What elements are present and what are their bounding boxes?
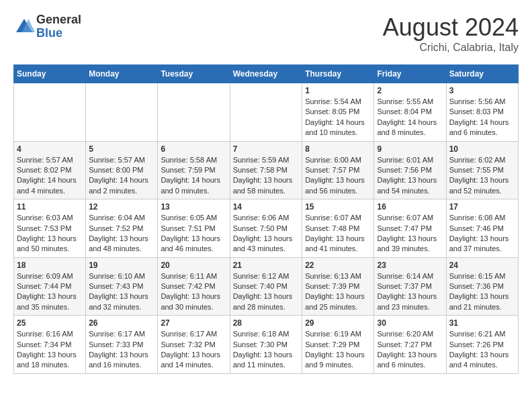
page-header: General Blue August 2024 Crichi, Calabri…	[13, 13, 519, 54]
calendar-cell: 30Sunrise: 6:20 AMSunset: 7:27 PMDayligh…	[374, 316, 446, 374]
day-number: 24	[449, 261, 515, 270]
calendar-cell: 25Sunrise: 6:16 AMSunset: 7:34 PMDayligh…	[14, 316, 86, 374]
logo-general: General	[36, 13, 81, 27]
day-number: 21	[233, 261, 300, 270]
calendar-cell: 21Sunrise: 6:12 AMSunset: 7:40 PMDayligh…	[230, 257, 302, 316]
day-number: 18	[17, 261, 83, 270]
day-number: 15	[305, 202, 371, 212]
logo-icon	[13, 16, 35, 38]
day-info: Sunrise: 6:09 AMSunset: 7:44 PMDaylight:…	[17, 271, 83, 313]
calendar-week-row: 25Sunrise: 6:16 AMSunset: 7:34 PMDayligh…	[14, 316, 519, 374]
day-info: Sunrise: 6:13 AMSunset: 7:39 PMDaylight:…	[305, 271, 371, 313]
day-of-week-header: Sunday	[14, 65, 86, 83]
calendar-cell	[86, 83, 158, 142]
day-of-week-header: Thursday	[302, 65, 374, 83]
day-info: Sunrise: 6:07 AMSunset: 7:47 PMDaylight:…	[377, 213, 443, 255]
calendar-cell: 14Sunrise: 6:06 AMSunset: 7:50 PMDayligh…	[230, 199, 302, 258]
day-number: 6	[161, 144, 226, 154]
calendar-week-row: 1Sunrise: 5:54 AMSunset: 8:05 PMDaylight…	[14, 83, 519, 142]
calendar-week-row: 11Sunrise: 6:03 AMSunset: 7:53 PMDayligh…	[14, 199, 519, 258]
day-info: Sunrise: 6:12 AMSunset: 7:40 PMDaylight:…	[233, 271, 300, 313]
calendar-cell: 28Sunrise: 6:18 AMSunset: 7:30 PMDayligh…	[230, 316, 302, 374]
calendar-cell: 16Sunrise: 6:07 AMSunset: 7:47 PMDayligh…	[374, 199, 446, 258]
day-number: 30	[377, 318, 443, 328]
day-number: 23	[377, 261, 443, 270]
day-info: Sunrise: 6:17 AMSunset: 7:32 PMDaylight:…	[161, 329, 226, 371]
day-info: Sunrise: 6:15 AMSunset: 7:36 PMDaylight:…	[449, 271, 515, 313]
day-info: Sunrise: 6:20 AMSunset: 7:27 PMDaylight:…	[377, 329, 443, 371]
day-info: Sunrise: 6:10 AMSunset: 7:43 PMDaylight:…	[89, 271, 154, 313]
day-info: Sunrise: 6:04 AMSunset: 7:52 PMDaylight:…	[89, 213, 154, 255]
day-info: Sunrise: 6:21 AMSunset: 7:26 PMDaylight:…	[449, 329, 515, 371]
day-info: Sunrise: 6:17 AMSunset: 7:33 PMDaylight:…	[89, 329, 154, 371]
day-info: Sunrise: 5:57 AMSunset: 8:02 PMDaylight:…	[17, 155, 83, 197]
day-number: 13	[161, 202, 226, 212]
calendar-cell: 6Sunrise: 5:58 AMSunset: 7:59 PMDaylight…	[158, 141, 230, 199]
day-number: 14	[233, 202, 300, 212]
day-of-week-header: Saturday	[446, 65, 518, 83]
logo-text: General Blue	[36, 13, 81, 40]
calendar-cell: 26Sunrise: 6:17 AMSunset: 7:33 PMDayligh…	[86, 316, 158, 374]
location-title: Crichi, Calabria, Italy	[383, 42, 519, 54]
day-info: Sunrise: 6:14 AMSunset: 7:37 PMDaylight:…	[377, 271, 443, 313]
day-info: Sunrise: 6:07 AMSunset: 7:48 PMDaylight:…	[305, 213, 371, 255]
day-info: Sunrise: 6:19 AMSunset: 7:29 PMDaylight:…	[305, 329, 371, 371]
calendar-cell: 5Sunrise: 5:57 AMSunset: 8:00 PMDaylight…	[86, 141, 158, 199]
calendar-cell: 3Sunrise: 5:56 AMSunset: 8:03 PMDaylight…	[446, 83, 518, 142]
day-number: 25	[17, 318, 83, 328]
day-info: Sunrise: 6:08 AMSunset: 7:46 PMDaylight:…	[449, 213, 515, 255]
day-number: 17	[449, 202, 515, 212]
logo: General Blue	[13, 13, 81, 40]
calendar-body: 1Sunrise: 5:54 AMSunset: 8:05 PMDaylight…	[14, 83, 519, 374]
day-info: Sunrise: 6:18 AMSunset: 7:30 PMDaylight:…	[233, 329, 300, 371]
day-of-week-header: Monday	[86, 65, 158, 83]
calendar-cell: 29Sunrise: 6:19 AMSunset: 7:29 PMDayligh…	[302, 316, 374, 374]
calendar-cell: 13Sunrise: 6:05 AMSunset: 7:51 PMDayligh…	[158, 199, 230, 258]
day-number: 5	[89, 144, 154, 154]
day-number: 2	[377, 86, 443, 95]
calendar-cell: 20Sunrise: 6:11 AMSunset: 7:42 PMDayligh…	[158, 257, 230, 316]
calendar-header: SundayMondayTuesdayWednesdayThursdayFrid…	[14, 65, 519, 83]
day-number: 8	[305, 144, 371, 154]
day-number: 10	[449, 144, 515, 154]
calendar-cell: 18Sunrise: 6:09 AMSunset: 7:44 PMDayligh…	[14, 257, 86, 316]
day-info: Sunrise: 5:58 AMSunset: 7:59 PMDaylight:…	[161, 155, 226, 197]
calendar-cell: 31Sunrise: 6:21 AMSunset: 7:26 PMDayligh…	[446, 316, 518, 374]
calendar-cell: 22Sunrise: 6:13 AMSunset: 7:39 PMDayligh…	[302, 257, 374, 316]
day-number: 11	[17, 202, 83, 212]
calendar-week-row: 18Sunrise: 6:09 AMSunset: 7:44 PMDayligh…	[14, 257, 519, 316]
day-info: Sunrise: 6:01 AMSunset: 7:56 PMDaylight:…	[377, 155, 443, 197]
day-number: 26	[89, 318, 154, 328]
day-number: 12	[89, 202, 154, 212]
calendar-cell: 27Sunrise: 6:17 AMSunset: 7:32 PMDayligh…	[158, 316, 230, 374]
calendar-cell: 7Sunrise: 5:59 AMSunset: 7:58 PMDaylight…	[230, 141, 302, 199]
calendar-cell: 10Sunrise: 6:02 AMSunset: 7:55 PMDayligh…	[446, 141, 518, 199]
day-info: Sunrise: 6:11 AMSunset: 7:42 PMDaylight:…	[161, 271, 226, 313]
day-info: Sunrise: 5:54 AMSunset: 8:05 PMDaylight:…	[305, 97, 371, 138]
calendar-cell: 2Sunrise: 5:55 AMSunset: 8:04 PMDaylight…	[374, 83, 446, 142]
calendar-table: SundayMondayTuesdayWednesdayThursdayFrid…	[13, 64, 519, 374]
day-info: Sunrise: 5:56 AMSunset: 8:03 PMDaylight:…	[449, 97, 515, 138]
calendar-cell: 23Sunrise: 6:14 AMSunset: 7:37 PMDayligh…	[374, 257, 446, 316]
calendar-cell: 17Sunrise: 6:08 AMSunset: 7:46 PMDayligh…	[446, 199, 518, 258]
day-of-week-header: Tuesday	[158, 65, 230, 83]
calendar-cell: 15Sunrise: 6:07 AMSunset: 7:48 PMDayligh…	[302, 199, 374, 258]
day-number: 29	[305, 318, 371, 328]
day-number: 1	[305, 86, 371, 95]
day-info: Sunrise: 5:55 AMSunset: 8:04 PMDaylight:…	[377, 97, 443, 138]
day-info: Sunrise: 5:57 AMSunset: 8:00 PMDaylight:…	[89, 155, 154, 197]
calendar-cell	[14, 83, 86, 142]
days-of-week-row: SundayMondayTuesdayWednesdayThursdayFrid…	[14, 65, 519, 83]
day-info: Sunrise: 6:05 AMSunset: 7:51 PMDaylight:…	[161, 213, 226, 255]
day-of-week-header: Friday	[374, 65, 446, 83]
day-number: 16	[377, 202, 443, 212]
day-number: 27	[161, 318, 226, 328]
day-info: Sunrise: 6:06 AMSunset: 7:50 PMDaylight:…	[233, 213, 300, 255]
day-info: Sunrise: 6:16 AMSunset: 7:34 PMDaylight:…	[17, 329, 83, 371]
day-of-week-header: Wednesday	[230, 65, 302, 83]
calendar-cell: 1Sunrise: 5:54 AMSunset: 8:05 PMDaylight…	[302, 83, 374, 142]
day-number: 4	[17, 144, 83, 154]
calendar-cell: 8Sunrise: 6:00 AMSunset: 7:57 PMDaylight…	[302, 141, 374, 199]
calendar-cell	[230, 83, 302, 142]
calendar-week-row: 4Sunrise: 5:57 AMSunset: 8:02 PMDaylight…	[14, 141, 519, 199]
